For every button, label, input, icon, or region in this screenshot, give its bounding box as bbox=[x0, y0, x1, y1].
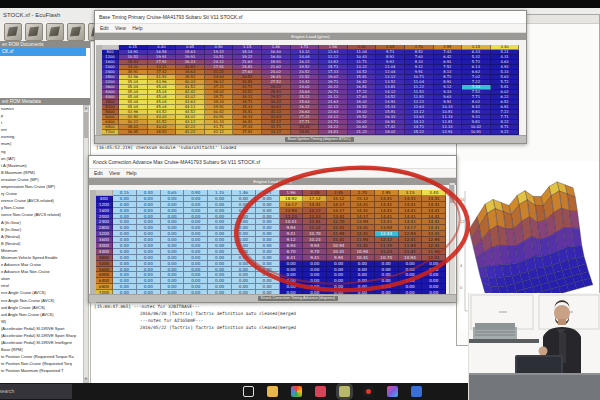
table-units-label: Base Ignition Timing (degrees BTDC) bbox=[285, 137, 354, 142]
tree-item[interactable]: (Accelerator Pedal) SI-DRIVE Intelligent bbox=[0, 339, 83, 346]
tree-item[interactable]: ard Angle Non-Cruise (AVCS) bbox=[0, 311, 83, 318]
tree-item[interactable]: on (IAT) bbox=[0, 155, 83, 162]
tree-item[interactable]: e Advance Max Non-Cruise bbox=[0, 268, 83, 275]
red-app-icon[interactable] bbox=[315, 386, 326, 397]
window-title[interactable]: Knock Correction Advance Max Cruise-MA41… bbox=[89, 156, 456, 169]
read-ecu-icon[interactable] bbox=[46, 23, 64, 41]
log-line: [16:45:52.219] checksum module 'subaruhi… bbox=[96, 145, 236, 152]
tree-item[interactable]: ard Angle Cruise (AVCS) bbox=[0, 304, 83, 311]
engine-part bbox=[473, 323, 517, 339]
tree-item[interactable]: Base (RPM) bbox=[0, 346, 83, 353]
tree-item[interactable]: ensation Cruise (MP) bbox=[0, 176, 83, 183]
rom-metadata-header: ent ROM Metadata bbox=[0, 98, 90, 105]
tree-item[interactable]: ation bbox=[0, 275, 83, 282]
menu-edit[interactable]: Edit bbox=[100, 25, 109, 31]
tree-item[interactable]: ent bbox=[0, 126, 83, 133]
tree-item[interactable]: (Accelerator Pedal) SI-DRIVE Sport bbox=[0, 325, 83, 332]
tree-item[interactable]: Minimum Vehicle Speed Enable bbox=[0, 254, 83, 261]
tree-item[interactable]: namics bbox=[0, 105, 83, 112]
tree-item[interactable]: B (In-Gear) bbox=[0, 226, 83, 233]
footer-bar: Base Ignition Timing (degrees BTDC) bbox=[95, 135, 526, 143]
tree-item[interactable]: vance Non-Cruise (AVCS related) bbox=[0, 211, 83, 218]
x-axis-bar: Engine Load (g/rev) bbox=[95, 33, 526, 40]
menu-view[interactable]: View bbox=[115, 25, 126, 31]
open-rom-icon[interactable] bbox=[4, 23, 22, 41]
search-placeholder: Type here to search bbox=[0, 384, 72, 399]
log-line: 2016/06/20 [Tactrix] Tactrix definition … bbox=[140, 311, 296, 318]
x-axis-bar: Engine Load (g/rev) bbox=[89, 178, 456, 185]
webcam-overlay bbox=[468, 293, 600, 400]
x-axis-label: Engine Load (g/rev) bbox=[291, 34, 330, 39]
tree-item[interactable]: B (Neutral) bbox=[0, 240, 83, 247]
rom-documents-header: en ROM Documents bbox=[0, 41, 90, 48]
tree-item[interactable]: ompensation Non-Cruise (MP) bbox=[0, 183, 83, 190]
tree-item[interactable]: y Non-Cruise bbox=[0, 204, 83, 211]
save-rom-icon[interactable] bbox=[25, 23, 43, 41]
desk bbox=[469, 373, 600, 400]
base-timing-window[interactable]: Base Timing Primary Cruise-MA41793 Subar… bbox=[94, 10, 527, 144]
x-axis-label: Engine Load (g/rev) bbox=[253, 179, 292, 184]
tree-item[interactable]: nce Angle Non-Cruise (AVCS) bbox=[0, 297, 83, 304]
cabinet-handle bbox=[499, 311, 507, 313]
table-units-label: Knock Correction Timing Advance (degrees… bbox=[258, 296, 338, 301]
log-line: 2016/05/22 [Tactrix] Tactrix definition … bbox=[140, 325, 296, 332]
tree-item[interactable]: e Advance Max Cruise bbox=[0, 261, 83, 268]
blue-app-icon[interactable] bbox=[411, 386, 422, 397]
tree-item[interactable]: erence Cruise (AVCS-related) bbox=[0, 197, 83, 204]
selected-rom-document[interactable]: CK.xf bbox=[0, 48, 86, 56]
tree-item[interactable]: W) bbox=[0, 318, 83, 325]
scroll-down-icon[interactable]: ▼ bbox=[84, 377, 88, 382]
menu-bar: Edit View Help bbox=[89, 169, 456, 178]
shelf bbox=[469, 339, 539, 343]
tree-item[interactable]: earning bbox=[0, 133, 83, 140]
active-app-icon[interactable] bbox=[339, 386, 350, 397]
tree-item[interactable]: (Accelerator Pedal) SI-DRIVE Sport Sharp bbox=[0, 332, 83, 339]
knock-correction-window[interactable]: Knock Correction Advance Max Cruise-MA41… bbox=[88, 155, 457, 303]
map-tree: namicsptentearningmum)ngon (IAT)t A (Max… bbox=[0, 105, 83, 383]
tree-item[interactable]: Minimum bbox=[0, 247, 83, 254]
browser-icon[interactable] bbox=[291, 386, 302, 397]
record-icon[interactable] bbox=[363, 386, 374, 397]
tree-item[interactable]: te Position Cruise (Requested Torque Ra bbox=[0, 353, 83, 360]
tree-item[interactable]: A (Neutral) bbox=[0, 233, 83, 240]
tree-item[interactable]: B Maximum (RPM) bbox=[0, 169, 83, 176]
table-vscrollbar[interactable] bbox=[449, 183, 455, 294]
scroll-up-icon[interactable]: ▲ bbox=[84, 106, 88, 111]
log-line: ---notes for AZ1G500F--- bbox=[140, 318, 203, 325]
tree-item[interactable]: te Position Non-Cruise (Requested Torq bbox=[0, 360, 83, 367]
screen: STOCK.xf - EcuFlash [16:45:52.219] check… bbox=[0, 0, 600, 400]
tree-item[interactable]: ng bbox=[0, 148, 83, 155]
task-view-icon[interactable] bbox=[243, 386, 254, 397]
tree-item[interactable]: nce Angle Cruise (AVCS) bbox=[0, 289, 83, 296]
tree-item[interactable]: ntrol bbox=[0, 282, 83, 289]
z-tick-label: 12 bbox=[460, 219, 465, 224]
tree-item[interactable]: te Position Maximum (Requested T bbox=[0, 367, 83, 374]
folder-icon[interactable] bbox=[267, 386, 278, 397]
raised-hand bbox=[539, 347, 548, 356]
tree-item[interactable]: t A (Maximum) bbox=[0, 162, 83, 169]
tree-item[interactable]: A (In-Gear) bbox=[0, 219, 83, 226]
tree-item[interactable]: p bbox=[0, 112, 83, 119]
taskbar-search[interactable]: Type here to search bbox=[0, 384, 72, 399]
z-tick-label: 16 bbox=[460, 197, 465, 202]
menu-edit[interactable]: Edit bbox=[94, 170, 103, 176]
tree-item[interactable]: mum) bbox=[0, 140, 83, 147]
menu-bar: Edit View Help bbox=[95, 24, 526, 33]
menu-help[interactable]: Help bbox=[126, 170, 136, 176]
presenter-scene bbox=[469, 293, 600, 400]
log-line: [15:00:47.065] ---notes for 32BITBASE--- bbox=[94, 304, 200, 311]
menu-view[interactable]: View bbox=[109, 170, 120, 176]
tree-item[interactable]: t bbox=[0, 119, 83, 126]
tree-item[interactable]: ry Cruise bbox=[0, 190, 83, 197]
base-timing-table: 0.150.400.650.901.151.461.711.962.202.45… bbox=[102, 45, 519, 140]
knock-table: 0.150.400.650.901.151.461.711.962.202.45… bbox=[96, 190, 446, 302]
menu-help[interactable]: Help bbox=[132, 25, 142, 31]
window-title[interactable]: Base Timing Primary Cruise-MA41793 Subar… bbox=[95, 11, 526, 24]
video-letterbox bbox=[0, 0, 600, 8]
app-title: STOCK.xf - EcuFlash bbox=[3, 12, 60, 18]
scroll-thumb[interactable] bbox=[84, 112, 88, 138]
write-ecu-icon[interactable] bbox=[67, 23, 85, 41]
sidebar: en ROM Documents CK.xf ent ROM Metadata … bbox=[0, 41, 91, 383]
colorful-app-icon[interactable] bbox=[387, 386, 398, 397]
footer-bar: Knock Correction Timing Advance (degrees… bbox=[89, 294, 456, 302]
